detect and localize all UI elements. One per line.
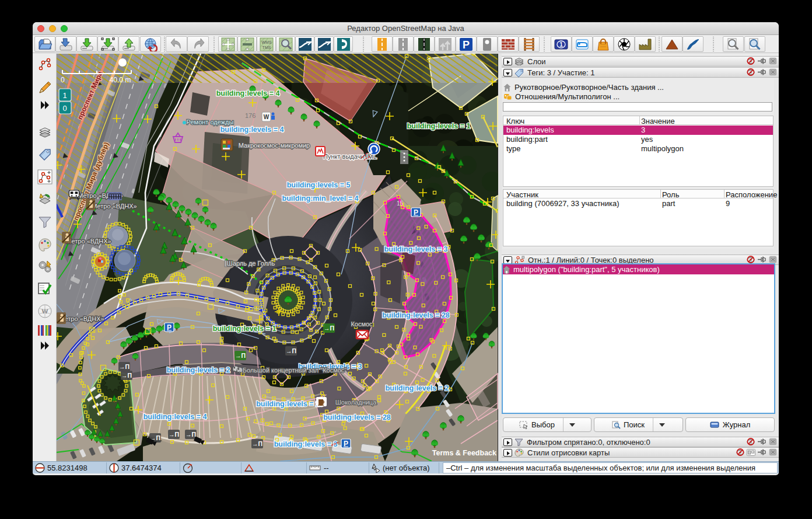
svg-text:→П: →П [121, 372, 132, 379]
svg-text:Макрокосмос-микромир: Макрокосмос-микромир [239, 142, 310, 149]
svg-text:→П: →П [119, 363, 130, 370]
svg-text:building:levels = 1: building:levels = 1 [407, 122, 471, 130]
svg-text:0: 0 [61, 76, 65, 84]
svg-text:→П: →П [235, 352, 246, 359]
svg-text:building:levels = 2: building:levels = 2 [167, 366, 230, 374]
svg-text:building:levels = 5: building:levels = 5 [287, 181, 351, 189]
svg-text:→П: →П [186, 431, 196, 438]
svg-text:Шарль де Голль: Шарль де Голль [227, 260, 275, 267]
svg-text:→П: →П [252, 440, 262, 447]
svg-text:Большой концертный зал "Космос: Большой концертный зал "Космос" [243, 367, 347, 374]
svg-text:WMS: WMS [261, 40, 271, 44]
svg-text:building:levels = 4: building:levels = 4 [220, 126, 284, 134]
svg-text:Космос: Космос [351, 321, 373, 328]
svg-text:→П: →П [324, 325, 334, 332]
svg-text:→П: →П [286, 347, 296, 354]
svg-text:15: 15 [397, 200, 404, 207]
svg-text:building:levels = 3: building:levels = 3 [274, 440, 338, 448]
svg-text:Шоколадница: Шоколадница [335, 399, 377, 406]
svg-text:building:min_level = 4: building:min_level = 4 [282, 194, 359, 203]
svg-text:Пункт выдачи IML: Пункт выдачи IML [323, 153, 377, 160]
svg-text:1: 1 [559, 41, 563, 48]
svg-text:TMS: TMS [262, 46, 271, 50]
svg-text:P: P [463, 39, 470, 51]
svg-text:Ремонт одежды: Ремонт одежды [187, 119, 234, 126]
svg-text:1: 1 [62, 91, 66, 100]
svg-text:building:levels = 25: building:levels = 25 [256, 400, 324, 408]
svg-text:40.0 m: 40.0 m [110, 76, 131, 84]
svg-text:building:levels = 28: building:levels = 28 [323, 413, 391, 422]
svg-text:building:levels = 2: building:levels = 2 [386, 384, 449, 392]
svg-text:Terms & Feedback: Terms & Feedback [432, 449, 496, 457]
svg-text:building:levels = 4: building:levels = 4 [144, 413, 207, 421]
svg-text:building:levels = 3: building:levels = 3 [384, 245, 448, 253]
svg-text:building:levels = 28: building:levels = 28 [382, 311, 450, 319]
svg-text:→П: →П [169, 431, 179, 438]
svg-text:176: 176 [245, 112, 256, 119]
svg-text:Метро «ВДНХ»: Метро «ВДНХ» [66, 238, 111, 245]
svg-text:0: 0 [62, 104, 66, 113]
svg-text:building:levels = 1: building:levels = 1 [213, 325, 276, 333]
svg-text:building:levels = 4: building:levels = 4 [216, 89, 280, 97]
svg-text:Метро «ВДНХ»: Метро «ВДНХ» [92, 203, 136, 210]
svg-text:W: W [264, 114, 270, 120]
